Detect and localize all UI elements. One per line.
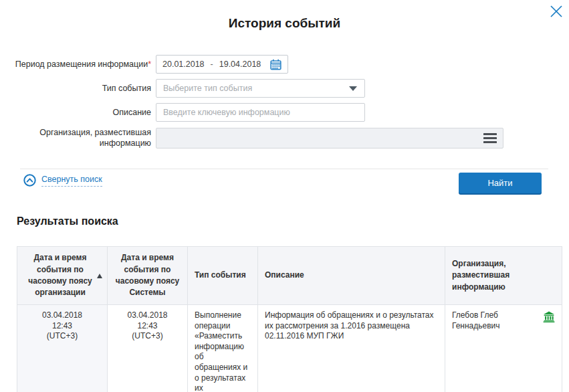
menu-icon[interactable] xyxy=(483,133,497,145)
close-icon[interactable] xyxy=(548,3,565,20)
event-type-label: Тип события xyxy=(0,83,156,94)
description-field xyxy=(156,103,365,122)
bank-icon xyxy=(543,311,555,326)
period-label: Период размещения информации* xyxy=(0,59,156,70)
results-heading: Результаты поиска xyxy=(17,215,118,227)
column-header-system-datetime: Дата и время события по часовому поясу С… xyxy=(108,247,188,305)
collapse-search-link[interactable]: Свернуть поиск xyxy=(41,175,102,187)
sort-asc-icon xyxy=(97,274,102,278)
cell-org-datetime: 03.04.2018 12:43 (UTC+3) xyxy=(17,305,108,392)
search-button[interactable]: Найти xyxy=(459,173,542,193)
organization-picker[interactable] xyxy=(156,128,503,149)
description-label: Описание xyxy=(0,107,156,118)
organization-row: Организация, разместившая информацию xyxy=(0,127,569,149)
period-row: Период размещения информации* 20.01.2018… xyxy=(0,55,569,74)
cell-event-type: Выполнение операции «Разместить информац… xyxy=(188,305,258,392)
calendar-icon[interactable] xyxy=(270,59,281,70)
cell-system-datetime: 03.04.2018 12:43 (UTC+3) xyxy=(108,305,188,392)
event-history-modal: История событий Период размещения информ… xyxy=(0,0,569,392)
description-row: Описание xyxy=(0,103,569,122)
organization-input[interactable] xyxy=(156,128,503,149)
cell-description: Информация об обращениях и о результатах… xyxy=(258,305,445,392)
collapse-circle-up-icon[interactable] xyxy=(23,174,36,187)
event-type-row: Тип события xyxy=(0,79,569,98)
divider xyxy=(20,169,548,169)
page-title: История событий xyxy=(0,16,569,31)
column-header-org-datetime[interactable]: Дата и время события по часовому поясу о… xyxy=(17,247,108,305)
period-separator: - xyxy=(211,60,213,69)
period-range-input[interactable]: 20.01.2018 - 19.04.2018 xyxy=(156,55,288,74)
collapse-search[interactable]: Свернуть поиск xyxy=(23,174,102,187)
period-to-value: 19.04.2018 xyxy=(219,60,261,69)
table-row: 03.04.2018 12:43 (UTC+3) 03.04.2018 12:4… xyxy=(17,305,562,392)
event-type-select[interactable] xyxy=(156,79,365,98)
table-header-row: Дата и время события по часовому поясу о… xyxy=(17,247,562,305)
event-type-input[interactable] xyxy=(156,79,365,98)
column-header-organization: Организация, разместившая информацию xyxy=(445,247,562,305)
column-header-event-type: Тип события xyxy=(188,247,258,305)
column-header-description: Описание xyxy=(258,247,445,305)
period-from-value: 20.01.2018 xyxy=(162,60,205,69)
search-form: Период размещения информации* 20.01.2018… xyxy=(0,55,569,155)
cell-organization: Глебов Глеб Геннадьевич xyxy=(445,305,562,392)
required-asterisk: * xyxy=(148,60,151,69)
results-table: Дата и время события по часовому поясу о… xyxy=(17,246,562,392)
chevron-down-icon[interactable] xyxy=(349,86,357,91)
organization-label: Организация, разместившая информацию xyxy=(0,127,156,149)
description-input[interactable] xyxy=(156,103,365,122)
